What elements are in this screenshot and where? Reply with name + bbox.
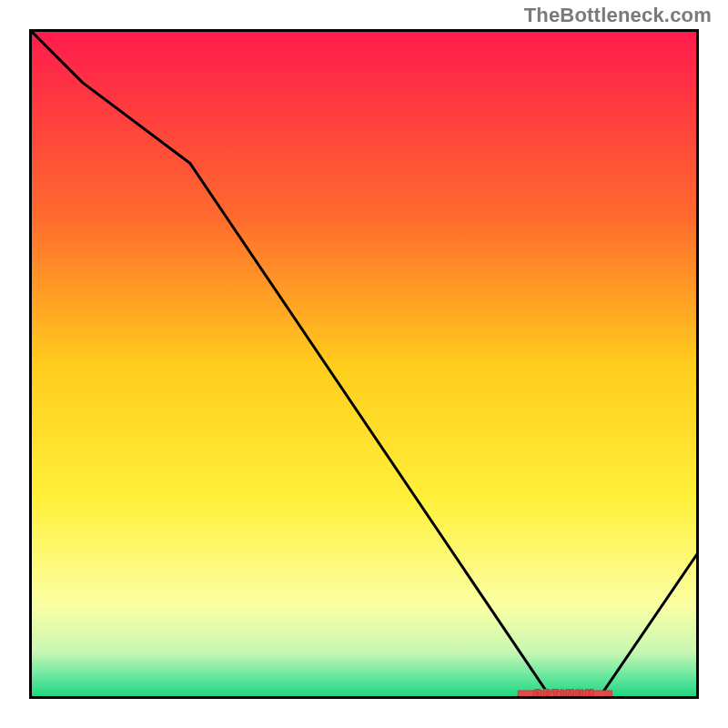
plot-frame-right xyxy=(696,29,699,699)
chart-svg xyxy=(29,29,699,699)
plot-frame-top xyxy=(29,29,699,32)
chart-stage: TheBottleneck.com OPTIMUM xyxy=(0,0,728,728)
plot-frame-bottom xyxy=(29,696,699,699)
plot-frame-left xyxy=(29,29,32,699)
watermark-text: TheBottleneck.com xyxy=(524,4,712,27)
chart-background xyxy=(29,29,699,699)
plot-area: OPTIMUM xyxy=(29,29,699,699)
